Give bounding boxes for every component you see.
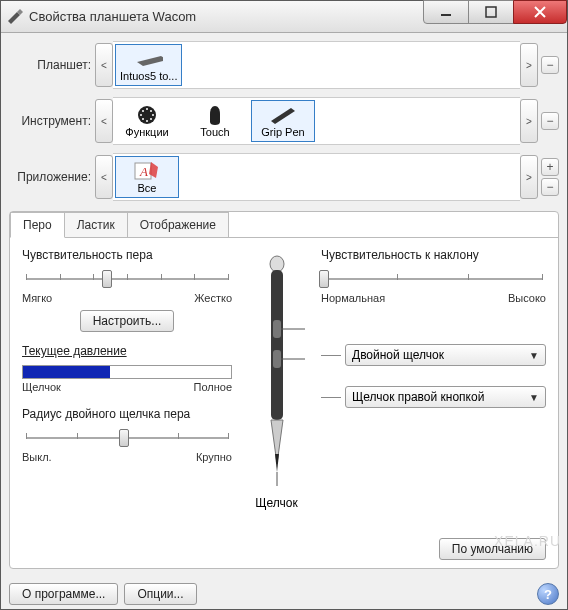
svg-rect-0 bbox=[441, 14, 451, 16]
functions-icon bbox=[133, 104, 161, 126]
dblclick-slider[interactable] bbox=[22, 427, 232, 449]
tool-label: Инструмент: bbox=[9, 114, 95, 128]
tab-bar: Перо Ластик Отображение bbox=[10, 211, 558, 237]
tool-strip: Функции Touch Grip Pen bbox=[113, 97, 520, 145]
tool-scroll-right[interactable]: > bbox=[520, 99, 538, 143]
svg-rect-15 bbox=[271, 270, 283, 420]
tool-scroll-left[interactable]: < bbox=[95, 99, 113, 143]
pen-icon bbox=[269, 104, 297, 126]
tablet-scroll-left[interactable]: < bbox=[95, 43, 113, 87]
options-button[interactable]: Опции... bbox=[124, 583, 196, 605]
close-button[interactable] bbox=[513, 0, 567, 24]
tablet-remove-button[interactable]: − bbox=[541, 56, 559, 74]
svg-rect-16 bbox=[273, 320, 281, 338]
tip-feel-title: Чувствительность пера bbox=[22, 248, 232, 262]
chevron-down-icon: ▼ bbox=[529, 392, 539, 403]
tool-item-touch[interactable]: Touch bbox=[183, 100, 247, 142]
minimize-button[interactable] bbox=[423, 0, 469, 24]
tool-selector-row: Инструмент: < Функции Touch bbox=[9, 95, 559, 147]
tablet-scroll-right[interactable]: > bbox=[520, 43, 538, 87]
tab-eraser[interactable]: Ластик bbox=[64, 212, 128, 238]
lower-button-dropdown[interactable]: Щелчок правой кнопкой ▼ bbox=[345, 386, 546, 408]
dblclick-left: Выкл. bbox=[22, 451, 52, 463]
pressure-left: Щелчок bbox=[22, 381, 61, 393]
tablet-icon bbox=[135, 48, 163, 70]
tablet-label: Планшет: bbox=[9, 58, 95, 72]
left-column: Чувствительность пера Мягко Жестко Настр… bbox=[22, 248, 232, 560]
tip-feel-left: Мягко bbox=[22, 292, 52, 304]
app-add-button[interactable]: + bbox=[541, 158, 559, 176]
tablet-item-label: Intuos5 to... bbox=[120, 70, 177, 82]
tip-feel-right: Жестко bbox=[194, 292, 232, 304]
wacom-properties-window: Свойства планшета Wacom Планшет: < bbox=[0, 0, 568, 610]
svg-point-9 bbox=[150, 110, 152, 112]
right-column: Чувствительность к наклону Нормальная Вы… bbox=[321, 248, 546, 560]
app-icon bbox=[7, 9, 23, 25]
app-scroll-right[interactable]: > bbox=[520, 155, 538, 199]
default-button[interactable]: По умолчанию bbox=[439, 538, 546, 560]
app-label: Приложение: bbox=[9, 170, 95, 184]
window-title: Свойства планшета Wacom bbox=[29, 9, 424, 24]
svg-marker-19 bbox=[275, 454, 279, 472]
svg-point-6 bbox=[140, 114, 142, 116]
svg-text:A: A bbox=[139, 164, 148, 179]
touch-icon bbox=[201, 104, 229, 126]
svg-point-7 bbox=[152, 114, 154, 116]
svg-point-4 bbox=[146, 108, 148, 110]
tilt-title: Чувствительность к наклону bbox=[321, 248, 546, 262]
pressure-right: Полное bbox=[193, 381, 232, 393]
app-item-all[interactable]: A Все bbox=[115, 156, 179, 198]
content-area: Планшет: < Intuos5 to... > − Инструмент:… bbox=[1, 33, 567, 577]
tip-action-label: Щелчок bbox=[255, 496, 297, 510]
pressure-bar bbox=[22, 365, 232, 379]
tablet-strip: Intuos5 to... bbox=[113, 41, 520, 89]
tool-item-functions[interactable]: Функции bbox=[115, 100, 179, 142]
tilt-left: Нормальная bbox=[321, 292, 385, 304]
app-item-label: Все bbox=[138, 182, 157, 194]
tool-item-label: Grip Pen bbox=[261, 126, 304, 138]
svg-point-5 bbox=[146, 120, 148, 122]
lower-button-connector bbox=[321, 397, 341, 398]
customize-button[interactable]: Настроить... bbox=[80, 310, 175, 332]
pen-tab-body: Чувствительность пера Мягко Жестко Настр… bbox=[10, 237, 558, 568]
maximize-button[interactable] bbox=[468, 0, 514, 24]
tilt-right: Высоко bbox=[508, 292, 546, 304]
pen-illustration bbox=[247, 254, 307, 494]
settings-panel: Перо Ластик Отображение Чувствительность… bbox=[9, 211, 559, 569]
pressure-fill bbox=[23, 366, 110, 378]
window-controls bbox=[424, 1, 567, 32]
dblclick-title: Радиус двойного щелчка пера bbox=[22, 407, 232, 421]
tablet-item-intuos5[interactable]: Intuos5 to... bbox=[115, 44, 182, 86]
svg-point-10 bbox=[142, 118, 144, 120]
pen-diagram: Щелчок bbox=[232, 248, 321, 560]
svg-point-8 bbox=[142, 110, 144, 112]
footer: О программе... Опции... ? bbox=[1, 577, 567, 609]
svg-point-14 bbox=[270, 256, 284, 272]
upper-button-connector bbox=[321, 355, 341, 356]
app-remove-button[interactable]: − bbox=[541, 178, 559, 196]
dblclick-right: Крупно bbox=[196, 451, 232, 463]
all-apps-icon: A bbox=[133, 160, 161, 182]
current-pressure-title: Текущее давление bbox=[22, 344, 232, 358]
app-scroll-left[interactable]: < bbox=[95, 155, 113, 199]
tab-mapping[interactable]: Отображение bbox=[127, 212, 229, 238]
svg-rect-17 bbox=[273, 350, 281, 368]
tablet-selector-row: Планшет: < Intuos5 to... > − bbox=[9, 39, 559, 91]
svg-point-11 bbox=[150, 118, 152, 120]
tool-item-label: Функции bbox=[125, 126, 168, 138]
svg-marker-2 bbox=[137, 56, 163, 66]
upper-button-dropdown[interactable]: Двойной щелчок ▼ bbox=[345, 344, 546, 366]
tab-pen[interactable]: Перо bbox=[10, 212, 65, 238]
app-strip: A Все bbox=[113, 153, 520, 201]
app-selector-row: Приложение: < A Все > + − bbox=[9, 151, 559, 203]
chevron-down-icon: ▼ bbox=[529, 350, 539, 361]
tilt-slider[interactable] bbox=[321, 268, 546, 290]
tip-feel-slider[interactable] bbox=[22, 268, 232, 290]
help-button[interactable]: ? bbox=[537, 583, 559, 605]
tool-remove-button[interactable]: − bbox=[541, 112, 559, 130]
about-button[interactable]: О программе... bbox=[9, 583, 118, 605]
svg-rect-1 bbox=[486, 7, 496, 17]
tool-item-grip-pen[interactable]: Grip Pen bbox=[251, 100, 315, 142]
titlebar: Свойства планшета Wacom bbox=[1, 1, 567, 33]
tool-item-label: Touch bbox=[200, 126, 229, 138]
